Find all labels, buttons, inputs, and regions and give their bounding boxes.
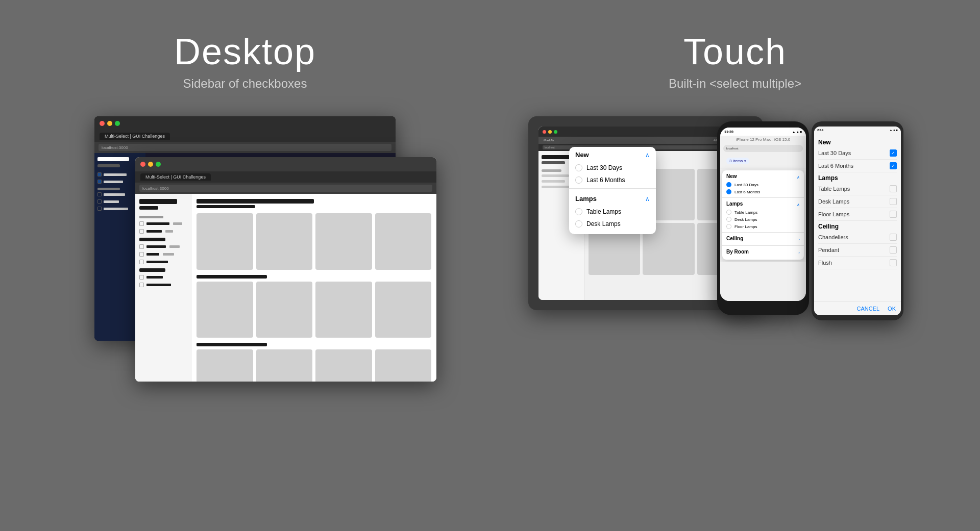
iphone-items-badge[interactable]: 3 Items ▾ xyxy=(726,158,749,164)
light-sidebar-header-bar xyxy=(139,199,177,204)
browser-front-address-text: localhost:3000 xyxy=(142,186,169,191)
android-item-last6[interactable]: Last 6 Months ✓ xyxy=(818,160,897,172)
browser-back-address-input[interactable]: localhost:3000 xyxy=(99,144,391,151)
dropdown-desk-lamps-radio xyxy=(575,220,582,227)
content-area: Multi-Select | GUI Challenges localhost:… xyxy=(0,106,980,531)
iphone-popup-table-lamps[interactable]: Table Lamps xyxy=(726,209,800,216)
dropdown-chevron-new: ∧ xyxy=(645,151,650,159)
android-check-chandeliers[interactable] xyxy=(890,234,897,241)
android-status-icons: ▲ ● ■ xyxy=(889,129,898,132)
image-grid-3 xyxy=(197,349,431,382)
ipad-title-text: iPad Air xyxy=(544,139,554,142)
android-item-table-lamps-text: Table Lamps xyxy=(818,186,850,192)
light-checkbox-6[interactable] xyxy=(139,275,144,280)
android-check-floor-lamps[interactable] xyxy=(890,211,897,218)
android-item-table-lamps[interactable]: Table Lamps xyxy=(818,183,897,195)
dropdown-new-title: New xyxy=(575,151,589,159)
ipad-sidebar-bar-2 xyxy=(542,161,565,164)
light-browser-content xyxy=(135,194,436,382)
dropdown-last6-text: Last 6 Months xyxy=(586,176,625,184)
android-item-last6-text: Last 6 Months xyxy=(818,163,853,169)
dark-checkbox-4[interactable] xyxy=(97,199,102,204)
dropdown-last30-radio xyxy=(575,164,582,171)
browser-front-address-bar: localhost:3000 xyxy=(135,183,436,194)
dark-checkbox-1[interactable] xyxy=(97,172,102,176)
android-ok-button[interactable]: OK xyxy=(888,306,896,312)
light-checkbox-2[interactable] xyxy=(139,229,144,234)
android-check-pendant[interactable] xyxy=(890,246,897,254)
ipad-address-text: localhost xyxy=(545,146,555,149)
light-section-title-3 xyxy=(139,268,165,272)
browser-front-address-input[interactable]: localhost:3000 xyxy=(139,185,432,192)
android-item-flush[interactable]: Flush xyxy=(818,257,897,269)
browser-front-tab[interactable]: Multi-Select | GUI Challenges xyxy=(140,173,211,181)
dot-yellow-2 xyxy=(148,162,153,167)
android-item-chandeliers[interactable]: Chandeliers xyxy=(818,231,897,244)
android-item-pendant-text: Pendant xyxy=(818,247,839,253)
iphone-address-input[interactable]: localhost xyxy=(723,145,803,152)
touch-header: Touch Built-in <select multiple> xyxy=(514,31,955,91)
desktop-header: Desktop Sidebar of checkboxes xyxy=(24,31,465,91)
iphone-address-text: localhost xyxy=(726,147,739,150)
touch-subtitle: Built-in <select multiple> xyxy=(669,77,801,91)
android-check-last6[interactable]: ✓ xyxy=(890,162,897,169)
android-item-floor-lamps[interactable]: Floor Lamps xyxy=(818,208,897,221)
light-checkbox-4[interactable] xyxy=(139,252,144,257)
dot-red xyxy=(100,121,105,126)
android-check-last30[interactable]: ✓ xyxy=(890,149,897,157)
iphone-popup-last6[interactable]: Last 6 Months xyxy=(726,188,800,195)
dot-green-2 xyxy=(156,162,161,167)
light-sidebar xyxy=(135,194,191,382)
iphone-screen: 11:39 ▲ ● ■ iPhone 12 Pro Max - iOS 15.0… xyxy=(720,128,806,301)
android-item-desk-lamps[interactable]: Desk Lamps xyxy=(818,195,897,208)
dark-label-3 xyxy=(104,193,125,196)
dark-checkbox-3[interactable] xyxy=(97,192,102,196)
android-item-pendant[interactable]: Pendant xyxy=(818,244,897,257)
iphone-popup-ceiling-header[interactable]: Ceiling › xyxy=(726,236,800,243)
grid-section-label-2 xyxy=(197,343,267,346)
dropdown-lamps-title: Lamps xyxy=(575,195,597,203)
light-checkbox-5[interactable] xyxy=(139,260,144,264)
image-thumb-5 xyxy=(197,282,253,338)
grid-section-label-1 xyxy=(197,275,267,279)
iphone-address-bar: localhost xyxy=(720,143,806,154)
iphone-device: 11:39 ▲ ● ■ iPhone 12 Pro Max - iOS 15.0… xyxy=(717,121,809,315)
android-section-ceiling: Ceiling xyxy=(818,221,897,231)
dropdown-last30-item[interactable]: Last 30 Days xyxy=(569,162,656,174)
browser-back-tab-bar: Multi-Select | GUI Challenges xyxy=(94,131,396,142)
light-section-label xyxy=(139,216,163,218)
image-thumb-12 xyxy=(375,349,432,382)
dark-checkbox-2[interactable] xyxy=(97,180,102,184)
browser-front-titlebar xyxy=(135,157,436,171)
dropdown-last6-item[interactable]: Last 6 Months xyxy=(569,174,656,186)
light-checkbox-1[interactable] xyxy=(139,221,144,226)
dropdown-chevron-lamps: ∧ xyxy=(645,195,650,203)
light-checkbox-3[interactable] xyxy=(139,244,144,249)
iphone-popup-last30[interactable]: Last 30 Days xyxy=(726,181,800,188)
dot-yellow xyxy=(107,121,112,126)
iphone-badge-chevron: ▾ xyxy=(744,159,746,163)
iphone-popup-floor-lamps[interactable]: Floor Lamps xyxy=(726,223,800,230)
dropdown-table-lamps-item[interactable]: Table Lamps xyxy=(569,206,656,218)
dropdown-desk-lamps-item[interactable]: Desk Lamps xyxy=(569,218,656,230)
android-item-chandeliers-text: Chandeliers xyxy=(818,234,848,240)
light-checkbox-7[interactable] xyxy=(139,283,144,287)
iphone-popup-byroom-header[interactable]: By Room › xyxy=(726,249,800,257)
android-check-table-lamps[interactable] xyxy=(890,185,897,192)
android-check-flush[interactable] xyxy=(890,259,897,266)
desktop-section: Multi-Select | GUI Challenges localhost:… xyxy=(94,116,421,361)
light-label-1b xyxy=(173,222,182,225)
browser-back-tab[interactable]: Multi-Select | GUI Challenges xyxy=(100,133,170,140)
android-cancel-button[interactable]: CANCEL xyxy=(856,306,879,312)
android-item-last30[interactable]: Last 30 Days ✓ xyxy=(818,147,897,160)
dropdown-table-lamps-text: Table Lamps xyxy=(586,208,621,215)
android-item-last30-text: Last 30 Days xyxy=(818,150,851,156)
iphone-popup-lamps-header: Lamps ∧ xyxy=(726,201,800,209)
android-check-desk-lamps[interactable] xyxy=(890,198,897,205)
android-time: 2:14 xyxy=(817,129,823,132)
iphone-popup-desk-lamps[interactable]: Desk Lamps xyxy=(726,216,800,223)
iphone-lamps-chevron: ∧ xyxy=(797,203,800,207)
android-device: 2:14 ▲ ● ■ New Last 30 Days ✓ xyxy=(812,121,903,320)
dark-checkbox-5[interactable] xyxy=(97,207,102,211)
light-label-1 xyxy=(146,222,169,225)
